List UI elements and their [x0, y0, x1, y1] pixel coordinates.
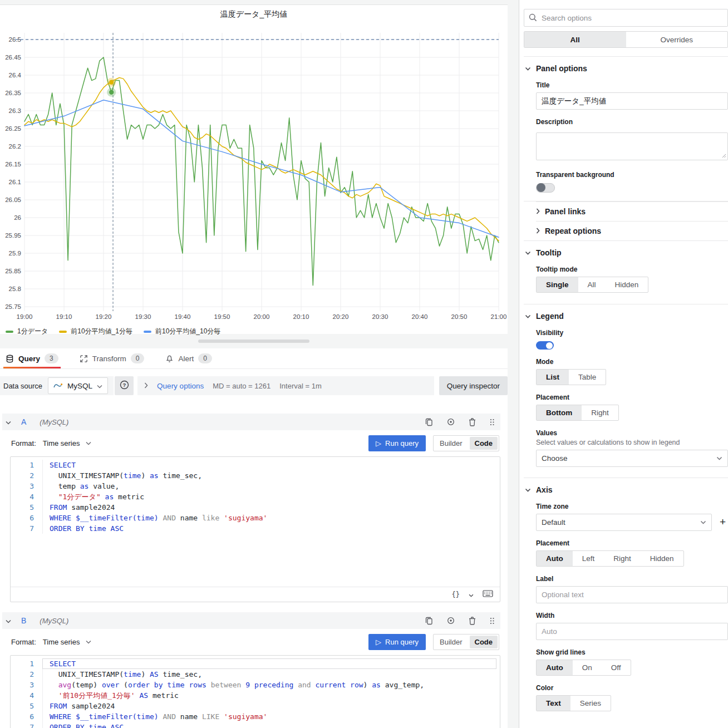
remove-query-trash-icon[interactable]	[469, 617, 476, 625]
option-right[interactable]: Right	[604, 551, 641, 566]
query-options-link[interactable]: Query options	[157, 382, 204, 390]
datasource-select[interactable]: MySQL	[48, 377, 108, 394]
option-single[interactable]: Single	[537, 277, 578, 292]
legend-item[interactable]: 1分データ	[6, 327, 48, 336]
format-select[interactable]: Time series	[43, 638, 91, 646]
option-table[interactable]: Table	[569, 370, 606, 385]
option-code[interactable]: Code	[470, 636, 498, 648]
axis-width-input[interactable]	[536, 623, 728, 640]
code-line[interactable]: 1SELECT	[11, 658, 500, 669]
option-right[interactable]: Right	[582, 405, 618, 420]
duplicate-query-icon[interactable]	[425, 617, 433, 625]
resize-grip-icon[interactable]	[722, 150, 726, 160]
option-builder[interactable]: Builder	[434, 634, 468, 650]
axis-label-input[interactable]	[536, 586, 728, 603]
tab-query[interactable]: Query 3	[3, 348, 61, 368]
section-repeat-options[interactable]: Repeat options	[536, 221, 728, 240]
option-series[interactable]: Series	[570, 696, 611, 711]
code-area[interactable]: 1SELECT2 UNIX_TIMESTAMP(time) AS time_se…	[11, 656, 500, 728]
transparent-background-toggle[interactable]	[536, 183, 555, 193]
hide-response-eye-icon[interactable]	[446, 418, 455, 426]
section-panel-options[interactable]: Panel options	[525, 64, 728, 73]
code-line[interactable]: 5FROM sample2024	[11, 502, 500, 513]
panel-description-textarea[interactable]	[536, 132, 728, 160]
mysql-logo-icon	[53, 382, 63, 390]
chevron-down-icon	[525, 67, 531, 71]
tab-count-badge: 3	[45, 353, 58, 363]
option-hidden[interactable]: Hidden	[641, 551, 683, 566]
option-all[interactable]: All	[578, 277, 606, 292]
legend-placement-toggle: BottomRight	[536, 405, 619, 421]
legend-item[interactable]: 前10分平均値_10分毎	[144, 327, 220, 336]
section-panel-links[interactable]: Panel links	[536, 201, 728, 221]
add-timezone-plus-icon[interactable]: +	[717, 517, 728, 527]
code-line[interactable]: 4 '前10分平均値_1分毎' AS metric	[11, 690, 500, 701]
code-line[interactable]: 2 UNIX_TIMESTAMP(time) AS time_sec,	[11, 669, 500, 680]
keyboard-shortcuts-icon[interactable]	[483, 589, 493, 599]
option-overrides[interactable]: Overrides	[626, 32, 728, 47]
legend-visibility-toggle[interactable]	[536, 341, 554, 350]
svg-text:25.8: 25.8	[9, 286, 21, 292]
code-line[interactable]: 5FROM sample2024	[11, 701, 500, 711]
code-line[interactable]: 3 temp as value,	[11, 481, 500, 491]
remove-query-trash-icon[interactable]	[469, 418, 476, 426]
search-options-input[interactable]	[524, 9, 728, 27]
drag-handle-icon[interactable]	[489, 617, 495, 625]
option-on[interactable]: On	[573, 660, 602, 675]
code-line[interactable]: 4 "1分データ" as metric	[11, 491, 500, 502]
format-code-icon[interactable]: {}	[452, 591, 460, 598]
hide-response-eye-icon[interactable]	[446, 617, 455, 624]
option-list[interactable]: List	[537, 370, 569, 385]
panel-title-input[interactable]	[536, 92, 728, 110]
axis-color-toggle: TextSeries	[536, 695, 611, 711]
section-legend[interactable]: Legend	[525, 312, 728, 321]
legend-values-label: Values	[536, 429, 728, 437]
chevron-down-icon[interactable]	[469, 589, 474, 599]
query-header[interactable]: A (MySQL)	[2, 414, 500, 430]
tab-label: Alert	[178, 355, 194, 363]
option-auto[interactable]: Auto	[537, 551, 573, 566]
tab-alert[interactable]: Alert 0	[163, 348, 214, 368]
svg-text:19:10: 19:10	[56, 313, 72, 320]
option-auto[interactable]: Auto	[537, 660, 573, 675]
sql-editor[interactable]: 1SELECT2 UNIX_TIMESTAMP(time) as time_se…	[10, 456, 500, 602]
option-hidden[interactable]: Hidden	[606, 277, 648, 292]
option-all[interactable]: All	[524, 32, 626, 47]
tooltip-mode-label: Tooltip mode	[536, 265, 728, 273]
datasource-help-button[interactable]: ?	[115, 376, 134, 395]
query-inspector-button[interactable]: Query inspector	[439, 376, 508, 395]
section-tooltip[interactable]: Tooltip	[525, 248, 728, 257]
option-bottom[interactable]: Bottom	[537, 405, 582, 420]
sql-editor[interactable]: 1SELECT2 UNIX_TIMESTAMP(time) AS time_se…	[10, 655, 500, 728]
drag-handle-icon[interactable]	[489, 418, 495, 426]
code-line[interactable]: 1SELECT	[11, 460, 500, 470]
code-area[interactable]: 1SELECT2 UNIX_TIMESTAMP(time) as time_se…	[11, 457, 500, 587]
query-refid[interactable]: B	[21, 616, 26, 625]
transform-icon	[80, 355, 88, 363]
query-refid[interactable]: A	[21, 417, 26, 426]
section-axis[interactable]: Axis	[525, 485, 728, 494]
timezone-select[interactable]: Default	[536, 514, 712, 531]
run-query-button[interactable]: ▷ Run query	[368, 435, 426, 451]
option-off[interactable]: Off	[602, 660, 631, 675]
tab-transform[interactable]: Transform 0	[77, 348, 147, 368]
code-line[interactable]: 6WHERE $__timeFilter(time) AND name like…	[11, 513, 500, 523]
legend-item[interactable]: 前10分平均値_1分毎	[59, 327, 132, 336]
option-code[interactable]: Code	[470, 437, 498, 450]
format-select[interactable]: Time series	[43, 439, 91, 447]
option-builder[interactable]: Builder	[434, 436, 468, 451]
query-header[interactable]: B (MySQL)	[2, 612, 500, 629]
code-line[interactable]: 7ORDER BY time ASC	[11, 722, 500, 728]
series-swatch	[59, 331, 67, 333]
option-text[interactable]: Text	[537, 696, 570, 711]
code-line[interactable]: 6WHERE $__timeFilter(time) AND name LIKE…	[11, 711, 500, 722]
code-line[interactable]: 2 UNIX_TIMESTAMP(time) as time_sec,	[11, 470, 500, 481]
time-series-chart[interactable]: 26.526.4526.426.3526.326.2526.226.1526.1…	[0, 23, 508, 323]
code-line[interactable]: 7ORDER BY time ASC	[11, 523, 500, 534]
option-left[interactable]: Left	[573, 551, 604, 566]
code-line[interactable]: 3 avg(temp) over (order by time rows bet…	[11, 680, 500, 690]
duplicate-query-icon[interactable]	[425, 418, 433, 426]
datasource-strip: Data source MySQL	[0, 376, 114, 395]
run-query-button[interactable]: ▷ Run query	[368, 634, 426, 650]
legend-values-select[interactable]: Choose	[536, 450, 728, 467]
